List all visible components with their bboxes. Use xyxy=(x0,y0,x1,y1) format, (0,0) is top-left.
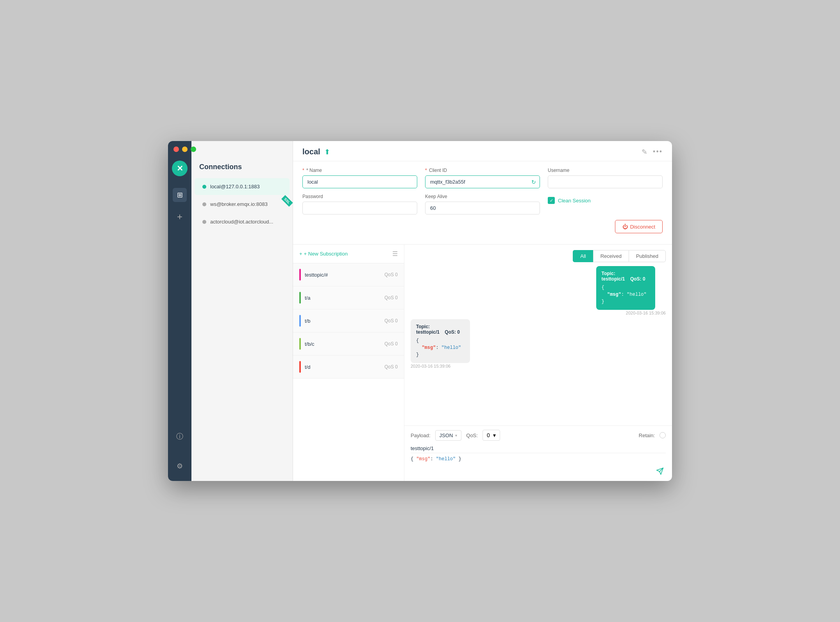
publish-controls: Payload: JSON ▾ QoS: 0 ▾ Retain: xyxy=(411,430,666,441)
subscription-color-bar xyxy=(299,361,301,373)
connection-status-dot xyxy=(202,185,206,189)
message-timestamp: 2020-03-16 15:39:06 xyxy=(411,364,480,368)
message-topic: Topic: testtopic/1 QoS: 0 xyxy=(416,324,465,335)
subscription-color-bar xyxy=(299,269,301,281)
qos-label: QoS: xyxy=(466,433,478,438)
tab-all[interactable]: All xyxy=(573,250,593,262)
header-right: ✎ ••• xyxy=(642,148,663,156)
sidebar-item-settings[interactable]: ⚙ xyxy=(173,459,187,473)
filter-icon[interactable]: ☰ xyxy=(392,250,398,257)
close-button[interactable] xyxy=(173,147,179,152)
subscriptions-panel: + + New Subscription ☰ testtopic/# QoS 0… xyxy=(293,245,404,481)
keepalive-group: Keep Alive xyxy=(425,194,540,214)
password-group: Password xyxy=(302,194,417,214)
name-input[interactable] xyxy=(302,175,417,188)
messages-area: Topic: testtopic/1 QoS: 0 { "msg": "hell… xyxy=(404,262,672,425)
clean-session-label: Clean Session xyxy=(558,198,591,204)
name-label: * * Name xyxy=(302,168,417,173)
message-timestamp: 2020-03-16 15:39:06 xyxy=(596,311,666,315)
retain-toggle[interactable] xyxy=(659,432,666,438)
edit-icon[interactable]: ✎ xyxy=(642,148,647,156)
subscription-item[interactable]: testtopic/# QoS 0 xyxy=(293,263,404,286)
connection-name: ws@broker.emqx.io:8083 xyxy=(210,201,268,207)
message-received-wrapper: Topic: testtopic/1 QoS: 0 { "msg": "hell… xyxy=(411,319,480,368)
client-id-group: * Client ID ↻ xyxy=(425,168,540,188)
connections-title: Connections xyxy=(191,157,293,177)
info-icon: ⓘ xyxy=(176,432,183,441)
client-id-label: * Client ID xyxy=(425,168,540,173)
qos-select[interactable]: 0 ▾ xyxy=(483,430,500,441)
form-row-1: * * Name * Client ID ↻ Username xyxy=(302,168,663,188)
subscription-item[interactable]: t/a QoS 0 xyxy=(293,286,404,309)
add-icon: + xyxy=(177,211,182,222)
message-topic: Topic: testtopic/1 QoS: 0 xyxy=(602,271,650,282)
subscription-topic: t/d xyxy=(305,364,381,370)
app-window: ✕ ⊞ + ⓘ ⚙ Connections local@127.0.0.1:18… xyxy=(168,141,672,481)
subscription-qos: QoS 0 xyxy=(384,318,398,324)
connection-item-local[interactable]: local@127.0.0.1:1883 xyxy=(195,178,290,195)
payload-area: { "msg": "hello" } xyxy=(411,456,666,477)
subscription-topic: t/b xyxy=(305,318,381,324)
new-subscription-button[interactable]: + + New Subscription xyxy=(299,251,348,257)
app-logo: ✕ xyxy=(172,161,188,176)
connection-item-ws[interactable]: ws@broker.emqx.io:8083 SSL xyxy=(195,196,290,213)
subscription-item[interactable]: t/d QoS 0 xyxy=(293,356,404,379)
subscription-topic: t/b/c xyxy=(305,341,381,347)
sidebar: ✕ ⊞ + ⓘ ⚙ xyxy=(168,141,191,481)
password-input[interactable] xyxy=(302,202,417,214)
subscription-info: t/b/c xyxy=(305,341,381,347)
minimize-button[interactable] xyxy=(182,147,188,152)
topic-input[interactable] xyxy=(411,444,666,453)
payload-editor[interactable]: { "msg": "hello" } xyxy=(411,456,666,477)
header-left: local ⬆ xyxy=(302,147,330,156)
subscription-list: testtopic/# QoS 0 t/a QoS 0 t/b QoS 0 t/… xyxy=(293,263,404,481)
subscription-color-bar xyxy=(299,292,301,304)
message-bubble-received: Topic: testtopic/1 QoS: 0 { "msg": "hell… xyxy=(411,319,470,363)
disconnect-button[interactable]: ⏻ Disconnect xyxy=(615,220,663,233)
refresh-icon[interactable]: ↻ xyxy=(531,179,536,185)
connection-name: local@127.0.0.1:1883 xyxy=(210,184,260,189)
fullscreen-button[interactable] xyxy=(191,147,196,152)
subscription-topic: testtopic/# xyxy=(305,272,381,278)
publish-area: Payload: JSON ▾ QoS: 0 ▾ Retain: xyxy=(404,425,672,481)
sidebar-item-connections[interactable]: ⊞ xyxy=(173,188,187,202)
client-id-wrapper: ↻ xyxy=(425,175,540,188)
subscription-info: t/d xyxy=(305,364,381,370)
sidebar-item-add[interactable]: + xyxy=(173,210,187,224)
connections-panel: Connections local@127.0.0.1:1883 ws@brok… xyxy=(191,141,293,481)
chevron-down-icon: ▾ xyxy=(455,433,457,438)
tab-published[interactable]: Published xyxy=(629,250,666,262)
subscription-item[interactable]: t/b/c QoS 0 xyxy=(293,332,404,356)
expand-icon[interactable]: ⬆ xyxy=(324,148,330,156)
subscription-color-bar xyxy=(299,315,301,327)
subscription-topic: t/a xyxy=(305,295,381,301)
send-button[interactable] xyxy=(654,465,666,477)
username-group: Username xyxy=(548,168,663,188)
clean-session-checkbox[interactable]: ✓ xyxy=(548,197,555,204)
connection-header: local ⬆ ✎ ••• xyxy=(293,141,672,161)
client-id-input[interactable] xyxy=(425,175,540,188)
connection-item-actorcloud[interactable]: actorcloud@iot.actorcloud... xyxy=(195,213,290,230)
username-input[interactable] xyxy=(548,175,663,188)
message-bubble-sent: Topic: testtopic/1 QoS: 0 { "msg": "hell… xyxy=(596,266,656,310)
message-body: { "msg": "hello" } xyxy=(602,284,650,305)
settings-icon: ⚙ xyxy=(177,462,183,470)
keepalive-input[interactable] xyxy=(425,202,540,214)
traffic-lights xyxy=(173,147,196,152)
connection-status-dot xyxy=(202,220,206,224)
username-label: Username xyxy=(548,168,663,173)
tab-received[interactable]: Received xyxy=(593,250,629,262)
sidebar-item-info[interactable]: ⓘ xyxy=(173,429,187,443)
more-icon[interactable]: ••• xyxy=(653,148,663,156)
chevron-down-icon: ▾ xyxy=(493,432,496,438)
retain-label: Retain: xyxy=(639,433,655,438)
subscription-info: testtopic/# xyxy=(305,272,381,278)
payload-type-select[interactable]: JSON ▾ xyxy=(435,430,462,441)
subscription-item[interactable]: t/b QoS 0 xyxy=(293,309,404,332)
form-row-2: Password Keep Alive ✓ Clean Session xyxy=(302,194,663,214)
main-content: local ⬆ ✎ ••• * * Name * xyxy=(293,141,672,481)
messages-panel: All Received Published Topic: testtopic/… xyxy=(404,245,672,481)
connection-form: * * Name * Client ID ↻ Username xyxy=(293,161,672,245)
ssl-badge: SSL xyxy=(282,195,293,206)
power-icon: ⏻ xyxy=(622,223,628,230)
